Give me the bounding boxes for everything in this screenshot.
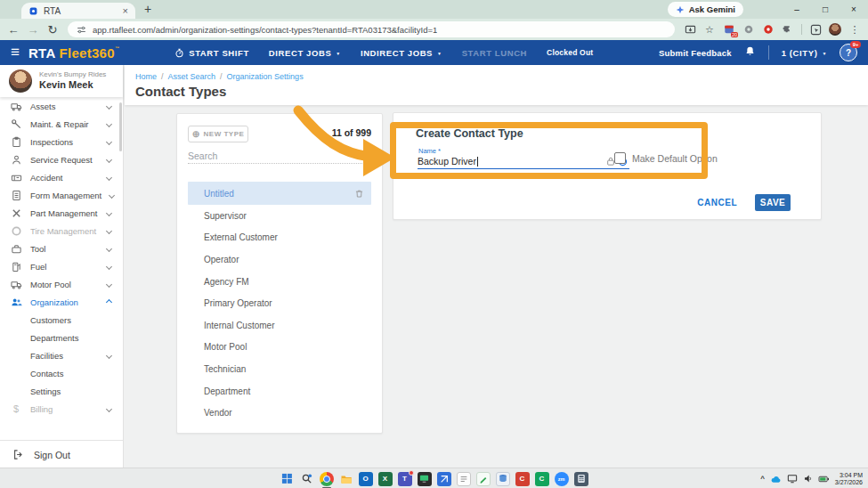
new-tab-button[interactable]: + <box>144 2 151 16</box>
ask-gemini-label: Ask Gemini <box>689 4 735 14</box>
sign-out-button[interactable]: Sign Out <box>0 449 123 460</box>
extension-red-icon[interactable] <box>760 21 776 37</box>
direct-jobs-menu[interactable]: DIRECT JOBS▼ <box>269 48 341 58</box>
tab-close-icon[interactable]: × <box>123 6 128 16</box>
sidebar-item-accident[interactable]: Accident <box>0 168 123 186</box>
sidebar-subitem-contacts[interactable]: Contacts <box>0 364 123 382</box>
forward-button[interactable]: → <box>25 23 41 37</box>
back-button[interactable]: ← <box>5 23 21 37</box>
send-to-device-icon[interactable] <box>682 21 698 37</box>
sidebar-item-fuel[interactable]: Fuel <box>0 257 123 275</box>
user-card[interactable]: Kevin's Bumpy Rides Kevin Meek <box>0 65 123 97</box>
onedrive-cloud-icon[interactable] <box>770 471 782 487</box>
sidebar-item-part-management[interactable]: Part Management <box>0 204 123 222</box>
browser-tab[interactable]: RTA × <box>21 3 135 19</box>
list-item[interactable]: Agency FM <box>188 271 371 293</box>
outlook-icon[interactable]: O <box>359 472 373 486</box>
sidebar-subitem-customers[interactable]: Customers <box>0 311 123 329</box>
search-input[interactable] <box>188 148 371 164</box>
teams-icon[interactable]: T <box>398 472 412 486</box>
profile-avatar[interactable] <box>827 21 843 37</box>
database-app-icon[interactable] <box>496 472 510 486</box>
sidebar-item-label: Tire Management <box>30 226 99 236</box>
maximize-button[interactable]: □ <box>811 0 840 19</box>
sidebar-subitem-facilities[interactable]: Facilities <box>0 346 123 364</box>
list-item[interactable]: Department <box>188 380 371 403</box>
help-button[interactable]: ?9+ <box>840 44 857 61</box>
sidebar-item-maint-repair[interactable]: Maint. & Repair <box>0 115 123 133</box>
windows-start-icon[interactable] <box>280 472 295 486</box>
remote-display-icon[interactable] <box>418 472 432 486</box>
sidebar-subitem-departments[interactable]: Departments <box>0 329 123 346</box>
sidebar-item-motor-pool[interactable]: Motor Pool <box>0 275 123 293</box>
windows-search-icon[interactable] <box>300 472 314 486</box>
indirect-jobs-menu[interactable]: INDIRECT JOBS▼ <box>361 48 442 58</box>
inspect-icon[interactable] <box>807 21 823 37</box>
notifications-bell-icon[interactable] <box>744 45 756 61</box>
tray-expand-icon[interactable]: ^ <box>760 475 765 483</box>
name-input[interactable]: Backup Driver <box>418 154 629 169</box>
list-item[interactable]: Internal Customer <box>188 314 371 337</box>
snagit-icon[interactable]: C <box>535 472 549 486</box>
list-item-label: Department <box>204 386 250 396</box>
close-button[interactable]: × <box>840 0 868 19</box>
editor-icon[interactable] <box>476 472 491 486</box>
extension-gray-icon[interactable] <box>741 21 757 37</box>
new-type-button[interactable]: ⊕NEW TYPE <box>188 126 248 142</box>
sidebar-item-organization[interactable]: Organization <box>0 293 123 311</box>
site-settings-icon[interactable] <box>77 25 86 35</box>
bookmark-star-icon[interactable]: ☆ <box>702 21 718 37</box>
start-lunch-button[interactable]: START LUNCH <box>462 48 527 58</box>
speaker-icon[interactable] <box>803 471 813 487</box>
url-bar[interactable]: app.rtafleet.com/admin/organization-sett… <box>68 21 675 37</box>
trash-icon[interactable] <box>354 189 364 199</box>
facility-selector[interactable]: 1 (CITY)▼ <box>782 48 827 58</box>
zoom-icon[interactable]: zm <box>555 472 569 486</box>
blue-app-icon[interactable] <box>437 472 451 486</box>
truck-icon <box>10 100 22 112</box>
sidebar-item-form-management[interactable]: Form Management <box>0 186 123 204</box>
sidebar-item-service-request[interactable]: Service Request <box>0 150 123 168</box>
sidebar-item-billing[interactable]: $Billing <box>0 400 123 416</box>
make-default-option[interactable]: Make Default Option <box>614 152 718 164</box>
breadcrumb-asset-search[interactable]: Asset Search <box>168 72 216 81</box>
display-tray-icon[interactable] <box>787 471 798 487</box>
sidebar-item-tool[interactable]: Tool <box>0 240 123 257</box>
submit-feedback-button[interactable]: Submit Feedback <box>659 48 732 58</box>
chrome-icon[interactable] <box>320 472 334 486</box>
toolbox-icon <box>10 242 22 255</box>
extensions-puzzle-icon[interactable] <box>780 21 796 37</box>
hamburger-menu-icon[interactable]: ≡ <box>11 44 20 61</box>
ask-gemini-button[interactable]: Ask Gemini <box>668 2 743 17</box>
reload-button[interactable]: ↻ <box>45 23 61 37</box>
extension-calendar-icon[interactable]: 20 <box>721 21 737 37</box>
battery-icon[interactable] <box>818 471 830 487</box>
sidebar-item-assets[interactable]: Assets <box>0 97 123 115</box>
clock[interactable]: 3:04 PM 3/27/2026 <box>835 472 863 486</box>
list-item[interactable]: Motor Pool <box>188 337 371 359</box>
start-shift-button[interactable]: START SHIFT <box>174 48 249 58</box>
breadcrumb-home[interactable]: Home <box>135 72 157 81</box>
notepad-icon[interactable] <box>457 472 471 486</box>
list-item[interactable]: Vendor <box>188 402 371 424</box>
list-item[interactable]: Operator <box>188 248 371 271</box>
list-item[interactable]: External Customer <box>188 227 371 249</box>
sidebar-subitem-settings[interactable]: Settings <box>0 382 123 400</box>
list-item[interactable]: Technician <box>188 358 371 380</box>
list-item[interactable]: Primary Operator <box>188 292 371 314</box>
excel-icon[interactable]: X <box>378 472 393 486</box>
save-button[interactable]: SAVE <box>755 194 791 211</box>
file-explorer-icon[interactable] <box>339 472 353 486</box>
camtasia-icon[interactable]: C <box>515 472 530 486</box>
calculator-icon[interactable] <box>574 472 588 486</box>
browser-menu-icon[interactable]: ⋮ <box>847 21 863 37</box>
breadcrumb-org-settings[interactable]: Organization Settings <box>227 72 304 81</box>
sidebar-scrollbar[interactable] <box>119 102 122 151</box>
list-item-selected[interactable]: Untitled <box>188 182 371 205</box>
cancel-button[interactable]: CANCEL <box>697 198 737 207</box>
minimize-button[interactable]: – <box>783 0 811 19</box>
list-item[interactable]: Supervisor <box>188 205 371 227</box>
sidebar-item-tire-management[interactable]: Tire Management <box>0 222 123 240</box>
make-default-checkbox[interactable] <box>614 152 626 164</box>
sidebar-item-inspections[interactable]: Inspections <box>0 133 123 150</box>
